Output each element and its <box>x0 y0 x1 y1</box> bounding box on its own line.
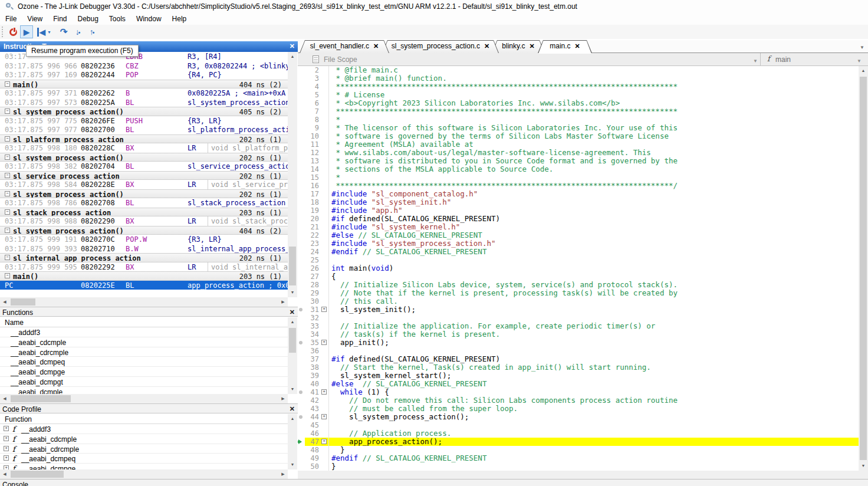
code-line[interactable]: 2 * @file main.c <box>298 66 859 74</box>
code-editor[interactable]: 2 * @file main.c3 * @brief main() functi… <box>298 66 859 471</box>
code-line[interactable]: 50} <box>298 462 859 471</box>
line-number[interactable]: 29 <box>305 289 319 297</box>
code-profile-item[interactable]: +f__aeabi_cdrcmple <box>0 444 288 454</box>
code-line[interactable]: 30 // this call. <box>298 297 859 306</box>
trace-group-row[interactable]: −sl_system_process_action()202 ns (1) <box>0 189 288 199</box>
function-list-item[interactable]: __aeabi_cdrcmple <box>0 347 288 357</box>
chevron-down-icon[interactable]: ▼ <box>857 58 862 64</box>
function-list-item[interactable]: __aeabi_dcmpge <box>0 367 288 377</box>
code-profile-item[interactable]: +f__adddf3 <box>0 424 288 434</box>
line-number[interactable]: 18 <box>305 198 319 206</box>
code-line[interactable]: 37#if defined(SL_CATALOG_KERNEL_PRESENT) <box>298 355 859 363</box>
line-number[interactable]: 32 <box>305 314 319 322</box>
code-line[interactable]: 44+ sl_system_process_action(); <box>298 413 859 421</box>
code-line[interactable]: 19#include "app.h" <box>298 206 859 215</box>
line-number[interactable]: 17 <box>305 190 319 198</box>
code-line[interactable]: 14 * sections of the MSLA applicable to … <box>298 165 859 173</box>
code-line[interactable]: 29 // Note that if the kernel is present… <box>298 289 859 297</box>
line-number[interactable]: 33 <box>305 322 319 330</box>
expand-icon[interactable]: + <box>321 414 327 419</box>
line-number[interactable]: 40 <box>305 380 319 388</box>
code-line[interactable]: 43 // must be called from the super loop… <box>298 405 859 413</box>
trace-group-row[interactable]: −sl_internal_app_process_action202 ns (1… <box>0 253 288 262</box>
code-line[interactable]: 42 // Do not remove this call: Silicon L… <box>298 396 859 405</box>
collapse-icon[interactable]: − <box>5 228 10 233</box>
collapse-icon[interactable]: − <box>5 209 10 215</box>
trace-group-row[interactable]: −sl_platform_process_action202 ns (1) <box>0 134 288 144</box>
expand-icon[interactable]: + <box>321 340 327 345</box>
step-into-button[interactable]: ↓ <box>72 25 84 38</box>
trace-row[interactable]: 03:17.875 998 38208202704BLsl_service_pr… <box>0 162 288 171</box>
function-list-item[interactable]: __aeabi_dcmple <box>0 387 288 394</box>
code-line[interactable]: 11 * Agreement (MSLA) available at <box>298 140 859 149</box>
line-number[interactable]: 5 <box>305 91 319 99</box>
collapse-icon[interactable]: − <box>5 109 10 114</box>
line-number[interactable]: 28 <box>305 281 319 289</box>
reset-button[interactable]: ◀▼ <box>35 25 53 38</box>
code-profile-item[interactable]: +f__aeabi_dcmpge <box>0 464 288 469</box>
code-profile-vscrollbar[interactable]: ▲ ▼ <box>288 414 297 469</box>
function-list-item[interactable]: __aeabi_dcmpgt <box>0 377 288 387</box>
resume-button[interactable]: ▶ <box>20 25 33 38</box>
menu-item-tools[interactable]: Tools <box>104 13 131 25</box>
code-line[interactable]: 47+ app_process_action(); <box>298 438 859 446</box>
line-number[interactable]: 42 <box>305 396 319 405</box>
trace-row[interactable]: 03:17.875 999 59508202292BXLRvoid sl_int… <box>0 262 288 272</box>
function-selector-dropdown[interactable]: main <box>775 55 791 64</box>
code-line[interactable]: 24#endif // SL_CATALOG_KERNEL_PRESENT <box>298 248 859 256</box>
code-line[interactable]: 48 } <box>298 446 859 454</box>
line-number[interactable]: 27 <box>305 272 319 281</box>
chevron-down-icon[interactable]: ▼ <box>47 30 51 34</box>
code-line[interactable]: 33 // Initialize the application. For ex… <box>298 322 859 330</box>
file-scope-dropdown[interactable]: File Scope <box>324 55 357 64</box>
line-number[interactable]: 38 <box>305 363 319 372</box>
code-line[interactable]: 34 // task(s) if the kernel is present. <box>298 330 859 339</box>
code-line[interactable]: 10 * software is governed by the terms o… <box>298 132 859 140</box>
code-line[interactable]: 31+ sl_system_init(); <box>298 306 859 314</box>
line-number[interactable]: 12 <box>305 149 319 157</box>
collapse-icon[interactable]: − <box>5 155 10 160</box>
line-number[interactable]: 23 <box>305 239 319 248</box>
code-line[interactable]: 45 <box>298 421 859 429</box>
trace-row[interactable]: 03:17.875 997 37108202262B0x0820225A ; <… <box>0 88 288 98</box>
line-number[interactable]: 3 <box>305 74 319 83</box>
scroll-thumb[interactable] <box>860 77 867 460</box>
trace-row[interactable]: 03:17.875 999 39308202710B.Wsl_internal_… <box>0 244 288 254</box>
menu-item-view[interactable]: View <box>22 13 48 25</box>
line-number[interactable]: 43 <box>305 405 319 413</box>
code-profile-column-header[interactable]: Function <box>0 414 288 424</box>
functions-vscrollbar[interactable]: ▲ ▼ <box>288 317 297 394</box>
code-line[interactable]: 21#include "sl_system_kernel.h" <box>298 223 859 231</box>
line-number[interactable]: 19 <box>305 206 319 215</box>
line-number[interactable]: 9 <box>305 124 319 132</box>
code-profile-item[interactable]: +f__aeabi_cdcmple <box>0 434 288 444</box>
line-number[interactable]: 2 <box>305 66 319 74</box>
line-number[interactable]: 45 <box>305 421 319 429</box>
collapse-icon[interactable]: − <box>5 136 10 142</box>
code-line[interactable]: 16 *************************************… <box>298 182 859 190</box>
code-line[interactable]: 41+ while (1) { <box>298 388 859 396</box>
trace-row[interactable]: 03:17.875 997 16908202244POP{R4, PC} <box>0 70 288 80</box>
code-line[interactable]: 36 <box>298 347 859 355</box>
code-line[interactable]: 35+ app_init(); <box>298 339 859 347</box>
scroll-left-icon[interactable]: ◀ <box>0 394 9 403</box>
code-profile-hscrollbar[interactable]: ◀ ▶ <box>0 469 288 479</box>
scroll-left-icon[interactable]: ◀ <box>0 469 9 479</box>
code-line[interactable]: 7 **************************************… <box>298 107 859 116</box>
tab-sl_event_handler-c[interactable]: sl_event_handler.c✕ <box>300 40 389 53</box>
line-number[interactable]: 10 <box>305 132 319 140</box>
code-line[interactable]: 4 **************************************… <box>298 83 859 91</box>
tab-overflow-icon[interactable]: ▼ <box>860 45 864 50</box>
execution-marker-icon[interactable] <box>299 341 303 344</box>
code-line[interactable]: 20#if defined(SL_CATALOG_KERNEL_PRESENT) <box>298 215 859 223</box>
code-line[interactable]: 6 * <b>Copyright 2023 Silicon Laboratori… <box>298 99 859 107</box>
line-number[interactable]: 26 <box>305 264 319 272</box>
scroll-thumb[interactable] <box>289 328 296 353</box>
collapse-icon[interactable]: − <box>5 273 10 278</box>
line-number[interactable]: 25 <box>305 256 319 264</box>
expand-icon[interactable]: + <box>4 446 9 451</box>
functions-hscrollbar[interactable]: ◀ ▶ <box>0 394 288 403</box>
line-number[interactable]: 13 <box>305 157 319 165</box>
scroll-down-icon[interactable]: ▼ <box>288 385 297 394</box>
line-number[interactable]: 16 <box>305 182 319 190</box>
